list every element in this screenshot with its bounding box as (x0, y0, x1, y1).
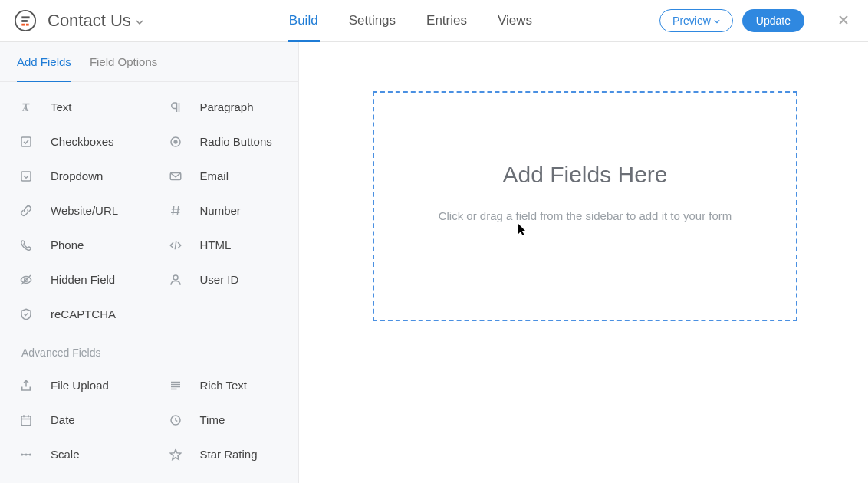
field-label: HTML (200, 238, 232, 251)
html-icon (166, 238, 185, 252)
field-label: Star Rating (200, 448, 258, 461)
number-icon (166, 204, 185, 218)
field-star[interactable]: Star Rating (150, 437, 299, 472)
app-logo (14, 9, 37, 32)
paragraph-icon (166, 100, 185, 114)
tab-settings[interactable]: Settings (334, 0, 411, 41)
update-button[interactable]: Update (742, 9, 804, 32)
dropdown-icon (17, 169, 35, 183)
svg-rect-1 (21, 16, 29, 18)
date-icon (17, 413, 35, 427)
field-user[interactable]: User ID (150, 262, 299, 297)
form-title-text: Contact Us (48, 11, 131, 31)
field-label: Time (200, 413, 225, 426)
svg-point-8 (173, 140, 177, 143)
top-right-actions: Preview Update (659, 7, 854, 34)
form-title-dropdown[interactable]: Contact Us (48, 11, 143, 31)
fields-panel: ATextParagraphCheckboxesRadio ButtonsDro… (0, 82, 298, 483)
field-label: Rich Text (200, 379, 247, 392)
svg-rect-4 (26, 24, 29, 26)
field-hidden[interactable]: Hidden Field (0, 262, 150, 297)
close-icon (837, 14, 850, 26)
field-scale[interactable]: Scale (0, 437, 150, 472)
field-label: Dropdown (51, 169, 103, 182)
field-label: Radio Buttons (200, 135, 272, 148)
svg-rect-2 (21, 20, 28, 22)
radio-icon (166, 135, 185, 149)
checkbox-icon (17, 135, 35, 149)
star-icon (166, 448, 185, 462)
section-heading-label: Advanced Fields (21, 347, 101, 359)
tab-label: Build (289, 13, 318, 28)
sidebar: Add Fields Field Options ATextParagraphC… (0, 42, 299, 483)
sidebar-tab-label: Add Fields (17, 55, 71, 68)
caret-down-icon (136, 11, 143, 31)
caret-down-icon (714, 15, 720, 27)
field-phone[interactable]: Phone (0, 228, 150, 262)
field-html[interactable]: HTML (150, 228, 299, 262)
field-label: Text (51, 100, 72, 113)
field-label: Number (200, 204, 241, 217)
main-tabs: Build Settings Entries Views (274, 0, 547, 41)
tab-entries[interactable]: Entries (411, 0, 482, 41)
field-label: User ID (200, 273, 239, 286)
sidebar-tab-label: Field Options (90, 55, 157, 68)
sidebar-tab-field-options[interactable]: Field Options (90, 42, 157, 81)
field-email[interactable]: Email (150, 159, 299, 193)
field-number[interactable]: Number (150, 193, 299, 228)
field-upload[interactable]: File Upload (0, 368, 150, 402)
field-label: Email (200, 169, 229, 182)
upload-icon (17, 379, 35, 393)
advanced-fields-grid: File UploadRich TextDateTimeScaleStar Ra… (0, 368, 298, 472)
hidden-icon (17, 273, 35, 287)
text-icon: A (17, 100, 35, 114)
svg-point-13 (173, 275, 178, 280)
richtext-icon (166, 379, 185, 393)
tab-label: Entries (426, 13, 467, 28)
scale-icon (17, 448, 35, 462)
field-label: Hidden Field (51, 273, 115, 286)
field-label: reCAPTCHA (51, 307, 116, 320)
close-button[interactable] (833, 12, 854, 30)
field-label: Date (51, 413, 75, 426)
field-date[interactable]: Date (0, 402, 150, 437)
tab-label: Settings (349, 13, 396, 28)
field-time[interactable]: Time (150, 402, 299, 437)
tab-views[interactable]: Views (482, 0, 547, 41)
field-label: Phone (51, 238, 84, 251)
svg-rect-14 (21, 416, 31, 425)
sidebar-tab-add-fields[interactable]: Add Fields (17, 42, 71, 81)
time-icon (166, 413, 185, 427)
link-icon (17, 204, 35, 218)
tab-label: Views (498, 13, 532, 28)
field-link[interactable]: Website/URL (0, 193, 150, 228)
field-label: Paragraph (200, 100, 254, 113)
recaptcha-icon (17, 307, 35, 321)
tab-build[interactable]: Build (274, 0, 334, 41)
form-canvas: Add Fields Here Click or drag a field fr… (299, 42, 868, 483)
user-icon (166, 273, 185, 287)
svg-rect-3 (21, 24, 25, 26)
dropzone-title: Add Fields Here (502, 162, 667, 188)
svg-rect-6 (21, 137, 31, 146)
field-recaptcha[interactable]: reCAPTCHA (0, 297, 150, 331)
email-icon (166, 169, 185, 183)
field-radio[interactable]: Radio Buttons (150, 124, 299, 159)
field-label: Scale (51, 448, 80, 461)
preview-label: Preview (672, 15, 711, 27)
phone-icon (17, 238, 35, 252)
field-dropdown[interactable]: Dropdown (0, 159, 150, 193)
svg-text:A: A (22, 103, 29, 113)
field-text[interactable]: AText (0, 90, 150, 124)
field-checkbox[interactable]: Checkboxes (0, 124, 150, 159)
field-label: Checkboxes (51, 135, 114, 148)
divider (817, 7, 817, 34)
preview-button[interactable]: Preview (659, 9, 733, 32)
field-label: File Upload (51, 379, 109, 392)
dropzone[interactable]: Add Fields Here Click or drag a field fr… (373, 91, 797, 321)
basic-fields-grid: ATextParagraphCheckboxesRadio ButtonsDro… (0, 90, 298, 331)
field-richtext[interactable]: Rich Text (150, 368, 299, 402)
advanced-fields-heading: Advanced Fields (0, 337, 298, 368)
field-paragraph[interactable]: Paragraph (150, 90, 299, 124)
dropzone-subtitle: Click or drag a field from the sidebar t… (439, 209, 732, 222)
